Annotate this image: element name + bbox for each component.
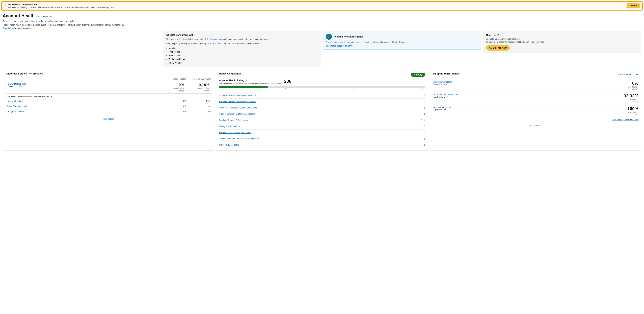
policy-item-count-4: ⚠ 1 [420,119,425,122]
policy-item-link-7[interactable]: Customer Product Reviews Policy Violatio… [219,138,258,140]
policy-item-link-5[interactable]: Listing Policy Violations [219,125,240,128]
negative-feedback-amazon: 0.18% [186,100,211,102]
progress-label-200: 200 [353,88,356,90]
negative-feedback-name[interactable]: Negative feedback [6,100,166,102]
az-claims-name[interactable]: A-to-z Guarantee claims [6,105,166,108]
policy-item-link-0[interactable]: Suspected Intellectual Property Violatio… [219,94,256,97]
policy-item-4: Food and Product Safety Issues ⚠ 1 [219,117,425,123]
sub-metric-chargeback: Chargeback claims 0% 0% [6,109,211,114]
shipping-metric-1: Pre-fulfillment Cancel Rate Target: unde… [433,92,638,104]
inform-panel: INFORM Consumers Act Click on the action… [163,31,321,67]
valid-tracking-name[interactable]: Valid Tracking Rate [433,106,452,109]
csp-title: Customer Service Performance [6,72,211,75]
shipping-title: Shipping Performance [433,72,460,75]
check-icon: ✓ [166,51,167,53]
shipping-view-details: View details [433,123,638,127]
negative-feedback-seller: 0% [166,100,186,102]
odr-seller-sub2: 60 days [164,90,184,92]
need-help-desc-2: To learn more about the Account Health S… [486,40,638,43]
policy-item-link-8[interactable]: Other Policy Violations [219,144,239,146]
ahr-progress-bar: 0 100 200 1000 [219,86,425,90]
dismiss-button[interactable]: Dismiss [626,3,640,8]
shipping-metric-left-1: Pre-fulfillment Cancel Rate Target: unde… [433,93,459,98]
odr-amazon-sub1: 1 of 549 orders [184,87,209,89]
check-icon: ✓ [166,62,167,64]
seller-fulfilled-dropdown[interactable]: Seller Fulfilled Fulfilled by Amazon [618,73,638,76]
call-btn-label: Call me now [493,46,507,49]
page-header: Account Health Leave Feedback [3,13,641,18]
view-eligibilities-link[interactable]: View shipping eligibilities here [433,119,638,121]
inform-title: INFORM Consumers Act [166,34,318,36]
odr-target: Target: under 1% [8,85,164,87]
shipping-metric-header-1: Pre-fulfillment Cancel Rate Target: unde… [433,93,638,103]
inform-desc-2: After completing Identity verification, … [166,42,318,45]
shipping-metric-right-2: 100% 2 of 2 orders 30 days [628,106,639,115]
leave-feedback-link[interactable]: Leave Feedback [36,15,52,18]
policy-item-5: Listing Policy Violations 0 [219,123,425,130]
policy-title: Policy Compliance [219,72,241,75]
healthy-badge: Healthy [411,73,425,77]
learn-more-link[interactable]: Learn more. [271,82,281,84]
food-safety-warning-icon: ⚠ [420,119,422,122]
shipping-view-details-link[interactable]: View details [530,125,541,127]
policy-item-link-1[interactable]: Received Intellectual Property Complaint… [219,100,256,103]
customer-service-card: Customer Service Performance Seller Fulf… [3,70,214,151]
banner-content: ⚠ US INFORM Consumers Act We have succes… [4,3,115,8]
policy-item-count-7: 0 [424,138,425,140]
shipping-metric-right-1: 33.33% 1 of 3 orders 7 days [624,93,638,103]
emergency-contact-link[interactable]: here [119,24,123,26]
health-assurance-desc: A new benefit for selling partners who c… [326,41,478,43]
policy-item-count-6: 0 [424,131,425,134]
top-row: INFORM Consumers Act Click on the action… [3,31,641,67]
odr-amazon-col: 0.18% 1 of 549 orders 60 days [184,83,209,92]
page-title: Account Health [3,13,35,18]
progress-labels: 0 100 200 1000 [219,88,425,90]
call-me-now-button[interactable]: 📞 Call me now [486,45,510,51]
report-abuse-link[interactable]: Report abuse [3,27,15,29]
sub-metric-negative-feedback: Negative feedback 0% 0.18% [6,99,211,104]
support-team-link[interactable]: here [540,41,544,43]
chargeback-seller: 0% [166,110,186,113]
report-abuse-text: Report abuse of Amazon policies. [3,27,641,29]
health-assurance-header: 🛡 Account Health Assurance [326,34,478,40]
main-page: Account Health Leave Feedback To sell on… [0,12,644,153]
inform-checklist: ✓ Identity ✓ Phone Number ✓ Bank Account… [166,46,318,65]
warning-icon: ⚠ [4,4,7,7]
header-desc-2: Help us reach you in the instance a crit… [3,23,641,26]
shipping-performance-card: Shipping Performance Seller Fulfilled Fu… [430,70,641,151]
shipping-metric-right-0: 0% 0 of 3 orders 30 days [628,81,638,90]
odr-amazon-value: 0.18% [184,83,209,87]
late-shipment-name[interactable]: Late Shipment Rate [433,81,452,83]
need-help-desc: Speak to an Account Health Specialist. T… [486,37,638,43]
ahr-score: 236 [284,79,291,83]
banner-text-area: US INFORM Consumers Act We have successf… [8,3,115,8]
csp-view-details-link[interactable]: View details [103,118,114,120]
policy-item-link-3[interactable]: Product Condition Customer Complaints [219,113,255,115]
header-desc-1: To sell on Amazon, you must adhere to th… [3,20,641,23]
odr-seller-value: 0% [164,83,184,87]
health-assurance-title: Account Health Assurance [334,35,364,38]
odr-name[interactable]: Order Defect Rate [8,83,164,85]
banner-title: US INFORM Consumers Act [8,3,115,6]
phone-icon: 📞 [489,46,492,49]
qualify-link[interactable]: See what it takes to qualify › [326,45,478,47]
policy-item-link-2[interactable]: Product Authenticity Customer Complaints [219,107,257,109]
prefulfillment-cancel-sub2: 7 days [624,101,638,103]
policy-item-link-6[interactable]: Restricted Product Policy Violations [219,131,251,134]
check-icon: ✓ [166,47,167,49]
policy-item-link-4[interactable]: Food and Product Safety Issues [219,119,248,121]
ahr-desc: This rating reflects your adherence to A… [219,82,281,84]
chargeback-name[interactable]: Chargeback claims [6,110,166,113]
order-defect-inner: Order Defect Rate Target: under 1% 0% 0 … [8,83,209,92]
prefulfillment-cancel-name[interactable]: Pre-fulfillment Cancel Rate [433,93,459,96]
csp-view-details: View details [6,116,211,120]
checklist-item-identity: ✓ Identity [166,46,318,50]
shipping-metric-left-0: Late Shipment Rate Target: under 4% [433,81,452,85]
az-claims-seller: 0% [166,105,186,108]
policy-item-7: Customer Product Reviews Policy Violatio… [219,136,425,142]
odr-seller-col: 0% 0 of 6 orders 60 days [164,83,184,92]
shipping-metric-header-0: Late Shipment Rate Target: under 4% 0% 0… [433,81,638,90]
checklist-item-address: ✓ Business Address [166,57,318,61]
progress-bar-background [219,86,425,88]
seller-account-link[interactable]: Seller Account Information [204,38,228,40]
